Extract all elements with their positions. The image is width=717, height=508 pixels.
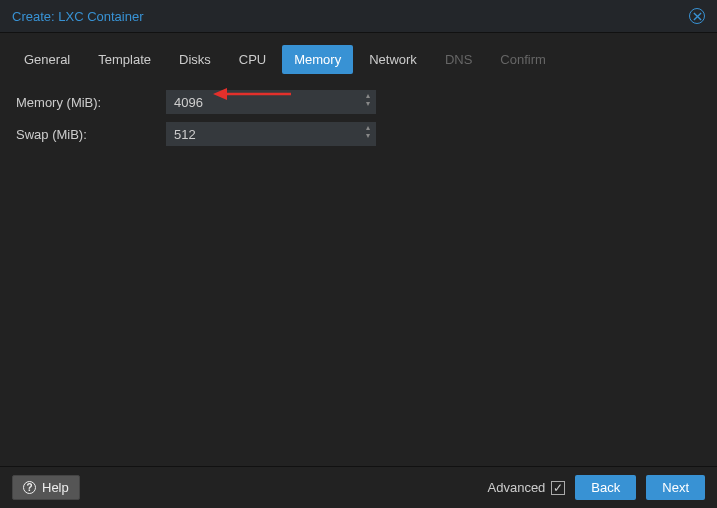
- tab-dns: DNS: [433, 45, 484, 74]
- advanced-toggle[interactable]: Advanced ✓: [488, 480, 566, 495]
- tab-bar: General Template Disks CPU Memory Networ…: [0, 33, 717, 74]
- back-button[interactable]: Back: [575, 475, 636, 500]
- tab-disks[interactable]: Disks: [167, 45, 223, 74]
- footer-right: Advanced ✓ Back Next: [488, 475, 705, 500]
- help-button[interactable]: ? Help: [12, 475, 80, 500]
- tab-network[interactable]: Network: [357, 45, 429, 74]
- memory-spinner: ▴ ▾: [166, 90, 376, 114]
- content-pane: Memory (MiB): ▴ ▾ Swap (MiB): ▴ ▾: [0, 74, 717, 146]
- chevron-down-icon[interactable]: ▾: [366, 132, 370, 140]
- help-icon: ?: [23, 481, 36, 494]
- tab-template[interactable]: Template: [86, 45, 163, 74]
- spinner-arrows-icon[interactable]: ▴ ▾: [366, 124, 370, 140]
- memory-row: Memory (MiB): ▴ ▾: [16, 90, 701, 114]
- advanced-label: Advanced: [488, 480, 546, 495]
- swap-label: Swap (MiB):: [16, 127, 166, 142]
- swap-spinner: ▴ ▾: [166, 122, 376, 146]
- memory-input[interactable]: [166, 90, 376, 114]
- swap-row: Swap (MiB): ▴ ▾: [16, 122, 701, 146]
- tab-memory[interactable]: Memory: [282, 45, 353, 74]
- tab-general[interactable]: General: [12, 45, 82, 74]
- dialog-title: Create: LXC Container: [12, 9, 144, 24]
- advanced-checkbox[interactable]: ✓: [551, 481, 565, 495]
- dialog-footer: ? Help Advanced ✓ Back Next: [0, 466, 717, 508]
- memory-label: Memory (MiB):: [16, 95, 166, 110]
- spinner-arrows-icon[interactable]: ▴ ▾: [366, 92, 370, 108]
- chevron-down-icon[interactable]: ▾: [366, 100, 370, 108]
- next-button[interactable]: Next: [646, 475, 705, 500]
- close-icon[interactable]: [689, 8, 705, 24]
- tab-cpu[interactable]: CPU: [227, 45, 278, 74]
- dialog-header: Create: LXC Container: [0, 0, 717, 33]
- swap-input[interactable]: [166, 122, 376, 146]
- tab-confirm: Confirm: [488, 45, 558, 74]
- help-label: Help: [42, 480, 69, 495]
